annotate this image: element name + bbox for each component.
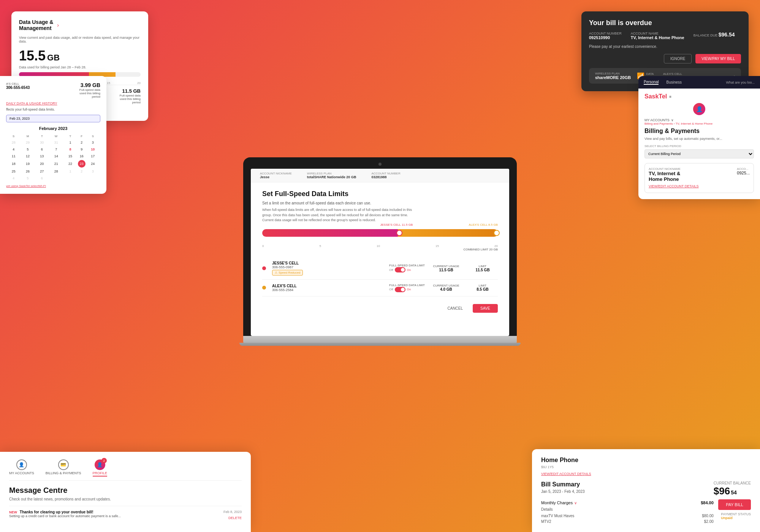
jesses-name: JESSE'S CELL — [272, 261, 383, 265]
jesses-current-usage-label: CURRENT USAGE — [433, 264, 459, 268]
laptop-buttons: CANCEL SAVE — [262, 304, 498, 313]
account-number-label: ACCOUNT NUMBER — [589, 32, 622, 35]
calendar-grid: S M T W T F S 28 29 30 31 1 2 3 4 5 — [6, 133, 100, 182]
nav-business[interactable]: Business — [666, 80, 682, 84]
today-date[interactable]: 23 — [78, 160, 86, 168]
detail-2-amount: $2.00 — [704, 519, 714, 524]
alexs-toggle[interactable] — [395, 287, 405, 292]
message-centre-desc: Check out the latest news, promotions an… — [9, 497, 242, 501]
my-accounts-btn[interactable]: MY ACCOUNTS ∨ — [644, 118, 754, 122]
device-note: Full-speed data used this billing period — [120, 94, 141, 104]
laptop: ACCOUNT NICKNAME Jesse WIRELESS PLAN tot… — [243, 157, 517, 346]
laptop-desc: When full-speed data limits are off, dev… — [262, 207, 498, 223]
detail-1-label: maxTV Must Haves — [541, 514, 574, 518]
save-button[interactable]: SAVE — [473, 304, 498, 313]
wifi-link[interactable]: yet using SaskTel selectWI-FI — [6, 184, 100, 188]
home-phone-code: $9J 1Y5 — [541, 465, 591, 469]
message-row: NEW Thanks for clearing up your overdue … — [9, 506, 242, 524]
select-period-dropdown[interactable]: Current Billing Period — [644, 149, 754, 158]
monthly-charges-chevron[interactable]: ∨ — [574, 501, 577, 505]
jesses-limit: 11.5 GB — [467, 268, 498, 272]
laptop-subtitle: Set a limit on the amount of full-speed … — [262, 201, 498, 205]
view-edit-link[interactable]: VIEW/EDIT ACCOUNT DETAILS — [649, 184, 699, 188]
home-phone-title: Home Phone — [541, 457, 591, 464]
slider-fill-pink — [262, 229, 398, 237]
plan-label: WIRELESS PLAN — [595, 72, 631, 75]
my-accounts-label: MY ACCOUNTS — [644, 118, 670, 122]
nav-personal[interactable]: Personal — [644, 80, 659, 85]
usage-gb-unit: GB — [47, 53, 60, 63]
bottom-nav: 👤 MY ACCOUNTS 💳 BILLING & PAYMENTS 👤 2 P… — [9, 459, 242, 481]
plan-name: shareMORE 20GB — [595, 75, 631, 80]
nav-profile-label: PROFILE — [93, 471, 108, 475]
left-data-note: Full-speed data used this billing period — [79, 88, 100, 98]
alexs-dot — [262, 286, 266, 290]
left-data-used: 3.99 GB — [79, 82, 100, 88]
alexs-data-limit-label: FULL-SPEED DATA LIMIT — [389, 283, 425, 287]
acc-nickname-label: ACCOUNT NICKNAME — [260, 172, 292, 175]
laptop-title: Set Full-Speed Data Limits — [262, 190, 498, 198]
nav-my-accounts-label: MY ACCOUNTS — [9, 471, 34, 475]
account-icon: 👤 — [693, 103, 705, 115]
nav-billing-payments[interactable]: 💳 BILLING & PAYMENTS — [46, 459, 81, 477]
slider-track: JESSE'S CELL 11.5 GB ALEX'S CELL 8.5 GB — [262, 229, 498, 237]
billing-title: Billing & Payments — [644, 128, 754, 135]
overdue-title: Your bill is overdue — [589, 19, 741, 27]
current-balance-label: CURRENT BALANCE — [714, 481, 751, 485]
jesses-number: 306-555-0987 — [272, 265, 383, 269]
affects-text: ffects your full-speed data limits. — [6, 108, 100, 111]
daily-link[interactable]: DAILY DATA & USAGE HISTORY — [6, 101, 100, 105]
nav-billing-payments-label: BILLING & PAYMENTS — [46, 471, 81, 475]
delete-button[interactable]: DELETE — [228, 516, 242, 520]
alexs-cell-row: ALEX'S CELL 306-555-2584 FULL-SPEED DATA… — [262, 280, 498, 296]
pay-bill-button[interactable]: PAY BILL — [718, 499, 751, 510]
account-nickname-label: ACCOUNT NICKNAME — [649, 167, 681, 171]
alexs-current-usage: 4.0 GB — [431, 287, 461, 291]
jesses-off-label: Off — [389, 268, 393, 272]
nav-search[interactable]: What are you loo... — [726, 81, 755, 84]
balance-due-value: $96.54 — [719, 32, 735, 38]
msg-date: Feb 8, 2023 — [223, 510, 242, 514]
view-edit-link-hp[interactable]: VIEW/EDIT ACCOUNT DETAILS — [541, 472, 591, 476]
alexs-slider-label: ALEX'S CELL 8.5 GB — [469, 223, 498, 226]
alexs-number: 306-555-2584 — [272, 288, 383, 292]
monthly-charges-label: Monthly Charges — [541, 500, 573, 505]
bill-summary-title: Bill Summary — [541, 481, 714, 488]
bill-info-row: ACCOUNT NUMBER 092510990 ACCOUNT NAME TV… — [589, 32, 741, 40]
sasktel-logo: SaskTel ≡ — [644, 93, 754, 100]
device-gb: 11.5 GB — [120, 88, 141, 94]
breadcrumb-home-phone[interactable]: TV, Internet & Home Phone — [676, 122, 713, 125]
message-centre-card: 👤 MY ACCOUNTS 💳 BILLING & PAYMENTS 👤 2 P… — [0, 452, 251, 532]
cancel-button[interactable]: CANCEL — [442, 304, 468, 313]
data-usage-arrow-icon[interactable]: › — [57, 22, 59, 28]
message-centre-title: Message Centre — [9, 486, 242, 495]
combined-limit: COMBINED LIMIT 20 GB — [262, 248, 498, 251]
jesses-toggle[interactable] — [395, 267, 405, 272]
billing-desc: View and pay bills, set up automatic pay… — [644, 137, 754, 141]
current-balance-amount: $96 — [714, 485, 730, 497]
account-number-value: 092510990 — [589, 35, 622, 40]
payment-status-label: PAYMENT STATUS — [721, 512, 751, 516]
bill-summary-right: CURRENT BALANCE $96 54 PAY BILL PAYMENT … — [714, 481, 751, 520]
usage-gb-number: 15.5 — [19, 48, 46, 64]
data-usage-title: Data Usage & Management — [19, 19, 53, 31]
usage-period: Data used for billing period Jan 28 – Fe… — [19, 65, 141, 69]
date-input[interactable] — [6, 115, 100, 122]
alexs-name: ALEX'S CELL — [272, 284, 383, 288]
nav-profile[interactable]: 👤 2 PROFILE — [93, 459, 108, 477]
profile-badge: 2 — [101, 458, 107, 463]
nav-my-accounts[interactable]: 👤 MY ACCOUNTS — [9, 459, 34, 477]
alexs-slider-thumb[interactable] — [494, 230, 500, 236]
breadcrumb-billing[interactable]: Billing and Payments — [644, 122, 673, 125]
sasktel-nav: Personal Business What are you loo... — [638, 76, 760, 89]
left-cell-number: 306-555-6543 — [6, 86, 30, 90]
bill-detail-row-2: MTV2 $2.00 — [541, 519, 714, 524]
monthly-charges-row: Monthly Charges ∨ $84.00 — [541, 498, 714, 507]
bill-detail-row-1: maxTV Must Haves $80.00 — [541, 513, 714, 519]
balance-due-label: BALANCE DUE — [694, 33, 718, 37]
view-pay-button[interactable]: VIEW/PAY MY BILL — [695, 54, 741, 63]
account-number-label: ACCOUNT NUMBER — [371, 172, 400, 175]
ignore-button[interactable]: IGNORE — [664, 54, 692, 63]
jesses-slider-thumb[interactable] — [396, 230, 402, 236]
msg-text-content: Thanks for clearing up your overdue bill… — [20, 510, 93, 514]
